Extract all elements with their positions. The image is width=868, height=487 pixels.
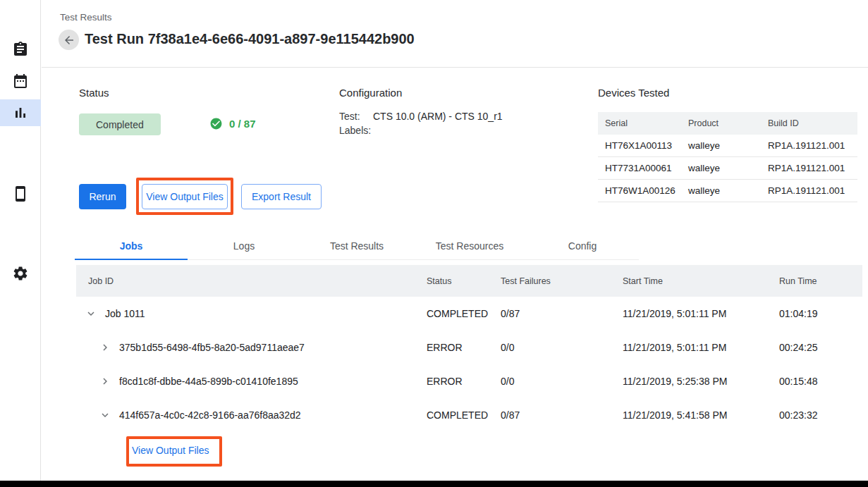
status-heading: Status bbox=[79, 87, 109, 99]
jobs-table-header: Job ID Status Test Failures Start Time R… bbox=[76, 265, 862, 297]
attempt-row: 375b1d55-6498-4fb5-8a20-5ad9711aeae7 ERR… bbox=[76, 331, 862, 364]
tab-config[interactable]: Config bbox=[526, 233, 639, 259]
config-labels-label: Labels: bbox=[339, 125, 371, 136]
configuration-heading: Configuration bbox=[339, 87, 402, 99]
jobs-col-test-failures: Test Failures bbox=[501, 276, 623, 286]
attempt-run-time: 00:15:48 bbox=[779, 376, 862, 387]
chevron-right-icon[interactable] bbox=[99, 375, 111, 388]
attempt-row: f8cd1c8f-dbbe-44a5-899b-c01410fe1895 ERR… bbox=[76, 364, 862, 398]
device-row: HT7731A00061 walleye RP1A.191121.001 bbox=[598, 157, 857, 180]
job-start-time: 11/21/2019, 5:01:11 PM bbox=[623, 308, 779, 319]
config-test-value: CTS 10.0 (ARM) - CTS 10_r1 bbox=[373, 111, 503, 122]
failure-count: 0 / 87 bbox=[209, 117, 256, 130]
status-badge: Completed bbox=[79, 113, 161, 135]
device-row: HT76W1A00126 walleye RP1A.191121.001 bbox=[598, 180, 857, 202]
config-test-row: Test: CTS 10.0 (ARM) - CTS 10_r1 bbox=[339, 111, 360, 122]
attempt-id: f8cd1c8f-dbbe-44a5-899b-c01410fe1895 bbox=[119, 376, 298, 387]
header-divider bbox=[42, 67, 868, 68]
breadcrumb: Test Results bbox=[60, 12, 112, 23]
jobs-col-run-time: Run Time bbox=[779, 276, 862, 286]
attempt-status: ERROR bbox=[427, 376, 501, 387]
attempt-row: 414f657a-4c0c-42c8-9166-aa76f8aa32d2 COM… bbox=[76, 398, 862, 432]
tab-test-results[interactable]: Test Results bbox=[300, 233, 413, 259]
devices-col-product: Product bbox=[688, 118, 768, 128]
sidebar-item-devices[interactable] bbox=[0, 180, 41, 207]
rerun-button[interactable]: Rerun bbox=[79, 184, 126, 209]
attempt-run-time: 00:24:25 bbox=[779, 342, 862, 353]
settings-icon bbox=[12, 265, 29, 282]
test-run-details-page: Test Results Test Run 7f38a1e4-6e66-4091… bbox=[0, 0, 868, 487]
attempt-start-time: 11/21/2019, 5:41:58 PM bbox=[623, 409, 779, 421]
chevron-down-icon[interactable] bbox=[99, 409, 111, 421]
attempt-failures: 0/87 bbox=[501, 409, 623, 421]
device-row: HT76X1A00113 walleye RP1A.191121.001 bbox=[598, 135, 857, 157]
smartphone-icon bbox=[12, 185, 29, 202]
attempt-start-time: 11/21/2019, 5:01:11 PM bbox=[623, 342, 779, 353]
job-run-time: 01:04:19 bbox=[779, 308, 862, 319]
tab-test-resources[interactable]: Test Resources bbox=[413, 233, 526, 259]
attempt-run-time: 00:23:32 bbox=[779, 409, 862, 421]
devices-table: Serial Product Build ID HT76X1A00113 wal… bbox=[598, 112, 857, 202]
jobs-col-start-time: Start Time bbox=[623, 276, 779, 286]
job-id: Job 1011 bbox=[105, 308, 145, 319]
sidebar bbox=[0, 0, 41, 481]
tab-bar: Jobs Logs Test Results Test Resources Co… bbox=[75, 233, 639, 260]
view-output-files-button[interactable]: View Output Files bbox=[142, 184, 228, 209]
jobs-col-status: Status bbox=[427, 276, 501, 286]
sidebar-item-test-plans[interactable] bbox=[0, 36, 41, 63]
devices-col-serial: Serial bbox=[605, 118, 688, 128]
chevron-down-icon[interactable] bbox=[85, 307, 97, 320]
tab-jobs[interactable]: Jobs bbox=[75, 233, 188, 259]
view-output-files-link[interactable]: View Output Files bbox=[132, 445, 209, 456]
job-failures: 0/87 bbox=[501, 308, 623, 319]
config-test-label: Test: bbox=[339, 111, 360, 122]
export-result-button[interactable]: Export Result bbox=[241, 184, 322, 209]
failure-count-value: 0 / 87 bbox=[229, 118, 256, 130]
job-status: COMPLETED bbox=[427, 308, 501, 319]
clipboard-icon bbox=[12, 41, 29, 58]
sidebar-item-test-results[interactable] bbox=[0, 99, 41, 126]
attempt-id: 414f657a-4c0c-42c8-9166-aa76f8aa32d2 bbox=[119, 409, 301, 421]
calendar-icon bbox=[12, 73, 29, 90]
check-circle-icon bbox=[209, 117, 223, 130]
chevron-right-icon[interactable] bbox=[99, 341, 111, 354]
devices-tested-heading: Devices Tested bbox=[598, 87, 669, 99]
sidebar-item-schedule[interactable] bbox=[0, 68, 41, 94]
bar-chart-icon bbox=[12, 104, 29, 121]
attempt-failures: 0/0 bbox=[501, 376, 623, 387]
devices-col-build-id: Build ID bbox=[768, 118, 857, 128]
sidebar-item-settings[interactable] bbox=[0, 260, 41, 287]
back-button[interactable] bbox=[59, 30, 79, 50]
attempt-failures: 0/0 bbox=[501, 342, 623, 353]
arrow-back-icon bbox=[63, 34, 75, 47]
config-labels-row: Labels: bbox=[339, 125, 371, 136]
attempt-status: ERROR bbox=[427, 342, 501, 353]
job-row: Job 1011 COMPLETED 0/87 11/21/2019, 5:01… bbox=[76, 297, 862, 331]
jobs-table: Job ID Status Test Failures Start Time R… bbox=[76, 265, 862, 432]
attempt-id: 375b1d55-6498-4fb5-8a20-5ad9711aeae7 bbox=[119, 342, 305, 353]
bottom-bar bbox=[0, 481, 868, 487]
attempt-status: COMPLETED bbox=[427, 409, 501, 421]
jobs-col-job-id: Job ID bbox=[76, 276, 427, 286]
devices-table-header: Serial Product Build ID bbox=[598, 112, 857, 135]
page-title: Test Run 7f38a1e4-6e66-4091-a897-9e11544… bbox=[85, 31, 415, 47]
tab-logs[interactable]: Logs bbox=[188, 233, 300, 259]
main-content: Test Results Test Run 7f38a1e4-6e66-4091… bbox=[42, 0, 868, 481]
attempt-start-time: 11/21/2019, 5:25:38 PM bbox=[623, 376, 779, 387]
